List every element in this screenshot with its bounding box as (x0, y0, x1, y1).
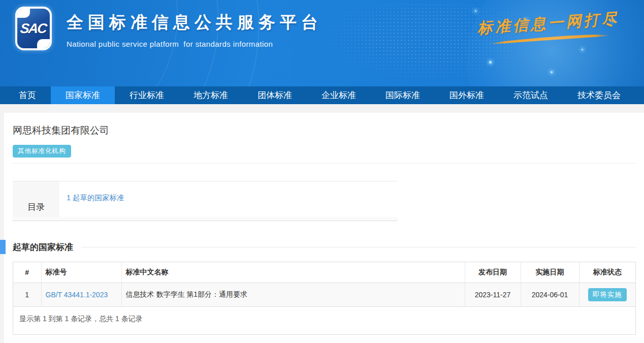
column-header-index: # (13, 262, 41, 283)
cell-index: 1 (13, 283, 41, 307)
toc-link-drafted-national-standards[interactable]: 1 起草的国家标准 (67, 194, 124, 202)
status-badge: 即将实施 (588, 288, 627, 301)
divider (13, 163, 636, 164)
nav-item-national-standards[interactable]: 国家标准 (51, 86, 115, 104)
spark-decoration (551, 71, 553, 73)
content-card: 网思科技集团有限公司 其他标准化机构 目录 1 起草的国家标准 起草的国家标准 … (4, 113, 644, 343)
spark-decoration (582, 49, 583, 50)
nav-item-group-standards[interactable]: 团体标准 (243, 86, 307, 104)
table-row: 1 GB/T 43441.1-2023 信息技术 数字孪生 第1部分：通用要求 … (13, 283, 635, 307)
toc-label: 目录 (13, 181, 59, 221)
sac-logo[interactable]: SAC (15, 7, 52, 50)
main-nav: 首页 国家标准 行业标准 地方标准 团体标准 企业标准 国际标准 国外标准 示范… (0, 86, 644, 104)
site-title-block: 全国标准信息公共服务平台 National public service pla… (67, 11, 323, 48)
sac-logo-text: SAC (20, 21, 47, 37)
toc-body: 1 起草的国家标准 (59, 181, 398, 221)
organization-name: 网思科技集团有限公司 (13, 124, 636, 137)
column-header-status: 标准状态 (579, 262, 635, 283)
column-header-standard-no: 标准号 (41, 262, 121, 283)
sac-logo-emblem: SAC (17, 9, 50, 48)
page: SAC 全国标准信息公共服务平台 National public service… (0, 0, 644, 343)
nav-item-industry-standards[interactable]: 行业标准 (115, 86, 179, 104)
toc-panel: 目录 1 起草的国家标准 (13, 181, 398, 221)
section-rule (81, 247, 636, 247)
spark-decoration (475, 10, 476, 12)
spark-decoration (489, 61, 492, 64)
standards-table-container: # 标准号 标准中文名称 发布日期 实施日期 标准状态 1 GB/T 43441… (13, 262, 636, 335)
nav-item-pilot-demonstration[interactable]: 示范试点 (499, 86, 563, 104)
cell-standard-no: GB/T 43441.1-2023 (41, 283, 121, 307)
cell-publish-date: 2023-11-27 (465, 283, 521, 307)
organization-type-badge: 其他标准化机构 (13, 145, 71, 158)
section-title: 起草的国家标准 (13, 241, 73, 253)
nav-item-foreign-standards[interactable]: 国外标准 (435, 86, 499, 104)
nav-item-local-standards[interactable]: 地方标准 (179, 86, 243, 104)
column-header-chinese-name: 标准中文名称 (121, 262, 465, 283)
section-accent-bar (0, 240, 6, 254)
cell-status: 即将实施 (579, 283, 635, 307)
cell-chinese-name: 信息技术 数字孪生 第1部分：通用要求 (121, 283, 465, 307)
site-subtitle: National public service platform for sta… (67, 40, 323, 48)
column-header-implement-date: 实施日期 (521, 262, 579, 283)
table-record-summary: 显示第 1 到第 1 条记录，总共 1 条记录 (13, 307, 635, 334)
nav-item-home[interactable]: 首页 (4, 86, 51, 104)
column-header-publish-date: 发布日期 (465, 262, 521, 283)
site-title: 全国标准信息公共服务平台 (67, 11, 323, 34)
section-header: 起草的国家标准 (13, 241, 636, 253)
table-header-row: # 标准号 标准中文名称 发布日期 实施日期 标准状态 (13, 262, 635, 283)
nav-item-enterprise-standards[interactable]: 企业标准 (307, 86, 371, 104)
header-banner: SAC 全国标准信息公共服务平台 National public service… (0, 0, 644, 86)
standards-table: # 标准号 标准中文名称 发布日期 实施日期 标准状态 1 GB/T 43441… (13, 262, 635, 307)
nav-item-technical-committees[interactable]: 技术委员会 (563, 86, 635, 104)
nav-item-international-standards[interactable]: 国际标准 (371, 86, 435, 104)
standard-number-link[interactable]: GB/T 43441.1-2023 (46, 291, 108, 299)
cell-implement-date: 2024-06-01 (521, 283, 579, 307)
